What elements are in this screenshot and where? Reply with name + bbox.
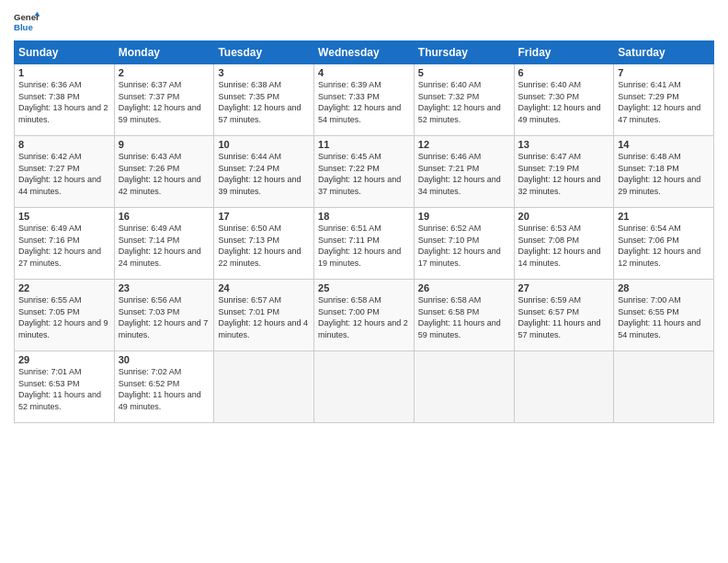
- day-info: Sunrise: 6:38 AMSunset: 7:35 PMDaylight:…: [218, 79, 310, 125]
- day-number: 3: [218, 67, 310, 78]
- day-info: Sunrise: 6:36 AMSunset: 7:38 PMDaylight:…: [18, 79, 110, 125]
- logo: General Blue: [14, 9, 40, 35]
- calendar-cell: 4 Sunrise: 6:39 AMSunset: 7:33 PMDayligh…: [314, 64, 415, 136]
- calendar-cell: 25 Sunrise: 6:58 AMSunset: 7:00 PMDaylig…: [314, 280, 415, 351]
- calendar-header-row: SundayMondayTuesdayWednesdayThursdayFrid…: [15, 41, 714, 64]
- day-info: Sunrise: 6:52 AMSunset: 7:10 PMDaylight:…: [418, 223, 510, 269]
- day-number: 23: [119, 282, 210, 293]
- weekday-header-friday: Friday: [514, 41, 614, 64]
- calendar-cell: [414, 351, 514, 423]
- calendar-cell: 26 Sunrise: 6:58 AMSunset: 6:58 PMDaylig…: [414, 280, 514, 351]
- calendar-week-1: 1 Sunrise: 6:36 AMSunset: 7:38 PMDayligh…: [15, 64, 714, 136]
- calendar-week-3: 15 Sunrise: 6:49 AMSunset: 7:16 PMDaylig…: [15, 208, 714, 280]
- day-number: 15: [18, 211, 110, 222]
- calendar-cell: 23 Sunrise: 6:56 AMSunset: 7:03 PMDaylig…: [114, 280, 214, 351]
- day-number: 25: [318, 282, 410, 293]
- calendar-cell: 6 Sunrise: 6:40 AMSunset: 7:30 PMDayligh…: [514, 64, 614, 136]
- day-info: Sunrise: 6:55 AMSunset: 7:05 PMDaylight:…: [18, 294, 110, 340]
- calendar-cell: 9 Sunrise: 6:43 AMSunset: 7:26 PMDayligh…: [114, 136, 214, 208]
- day-info: Sunrise: 6:40 AMSunset: 7:30 PMDaylight:…: [518, 79, 610, 125]
- day-info: Sunrise: 6:49 AMSunset: 7:14 PMDaylight:…: [119, 223, 210, 269]
- day-info: Sunrise: 6:47 AMSunset: 7:19 PMDaylight:…: [518, 151, 610, 197]
- calendar-cell: 18 Sunrise: 6:51 AMSunset: 7:11 PMDaylig…: [314, 208, 415, 280]
- day-info: Sunrise: 6:39 AMSunset: 7:33 PMDaylight:…: [318, 79, 410, 125]
- calendar-cell: 17 Sunrise: 6:50 AMSunset: 7:13 PMDaylig…: [214, 208, 314, 280]
- calendar-cell: 12 Sunrise: 6:46 AMSunset: 7:21 PMDaylig…: [414, 136, 514, 208]
- day-number: 17: [218, 211, 310, 222]
- calendar-cell: 10 Sunrise: 6:44 AMSunset: 7:24 PMDaylig…: [214, 136, 314, 208]
- calendar-week-4: 22 Sunrise: 6:55 AMSunset: 7:05 PMDaylig…: [15, 280, 714, 351]
- day-number: 8: [18, 139, 110, 150]
- day-number: 26: [418, 282, 510, 293]
- day-number: 18: [318, 211, 410, 222]
- svg-text:Blue: Blue: [14, 22, 33, 32]
- calendar-cell: 8 Sunrise: 6:42 AMSunset: 7:27 PMDayligh…: [15, 136, 115, 208]
- day-number: 5: [418, 67, 510, 78]
- day-number: 4: [318, 67, 410, 78]
- day-info: Sunrise: 6:57 AMSunset: 7:01 PMDaylight:…: [218, 294, 310, 340]
- day-number: 10: [218, 139, 310, 150]
- day-number: 16: [119, 211, 210, 222]
- day-info: Sunrise: 6:43 AMSunset: 7:26 PMDaylight:…: [119, 151, 210, 197]
- calendar-cell: 1 Sunrise: 6:36 AMSunset: 7:38 PMDayligh…: [15, 64, 115, 136]
- day-number: 29: [18, 354, 110, 365]
- calendar-cell: 27 Sunrise: 6:59 AMSunset: 6:57 PMDaylig…: [514, 280, 614, 351]
- day-number: 30: [119, 354, 210, 365]
- day-number: 14: [618, 139, 710, 150]
- day-info: Sunrise: 6:44 AMSunset: 7:24 PMDaylight:…: [218, 151, 310, 197]
- day-info: Sunrise: 6:45 AMSunset: 7:22 PMDaylight:…: [318, 151, 410, 197]
- day-number: 11: [318, 139, 410, 150]
- day-info: Sunrise: 6:56 AMSunset: 7:03 PMDaylight:…: [119, 294, 210, 340]
- calendar-cell: 30 Sunrise: 7:02 AMSunset: 6:52 PMDaylig…: [114, 351, 214, 423]
- calendar-cell: [614, 351, 714, 423]
- weekday-header-wednesday: Wednesday: [314, 41, 415, 64]
- day-info: Sunrise: 6:58 AMSunset: 6:58 PMDaylight:…: [418, 294, 510, 340]
- calendar-cell: 11 Sunrise: 6:45 AMSunset: 7:22 PMDaylig…: [314, 136, 415, 208]
- day-info: Sunrise: 6:37 AMSunset: 7:37 PMDaylight:…: [119, 79, 210, 125]
- day-number: 28: [618, 282, 710, 293]
- day-info: Sunrise: 6:59 AMSunset: 6:57 PMDaylight:…: [518, 294, 610, 340]
- day-number: 7: [618, 67, 710, 78]
- calendar-cell: 21 Sunrise: 6:54 AMSunset: 7:06 PMDaylig…: [614, 208, 714, 280]
- day-number: 9: [119, 139, 210, 150]
- calendar-cell: 7 Sunrise: 6:41 AMSunset: 7:29 PMDayligh…: [614, 64, 714, 136]
- calendar-cell: 13 Sunrise: 6:47 AMSunset: 7:19 PMDaylig…: [514, 136, 614, 208]
- page-container: General Blue SundayMondayTuesdayWednesda…: [0, 0, 728, 432]
- day-info: Sunrise: 6:54 AMSunset: 7:06 PMDaylight:…: [618, 223, 710, 269]
- day-info: Sunrise: 6:53 AMSunset: 7:08 PMDaylight:…: [518, 223, 610, 269]
- calendar-week-5: 29 Sunrise: 7:01 AMSunset: 6:53 PMDaylig…: [15, 351, 714, 423]
- calendar-cell: 16 Sunrise: 6:49 AMSunset: 7:14 PMDaylig…: [114, 208, 214, 280]
- day-info: Sunrise: 6:41 AMSunset: 7:29 PMDaylight:…: [618, 79, 710, 125]
- calendar-cell: [314, 351, 415, 423]
- weekday-header-thursday: Thursday: [414, 41, 514, 64]
- day-info: Sunrise: 7:00 AMSunset: 6:55 PMDaylight:…: [618, 294, 710, 340]
- day-info: Sunrise: 6:42 AMSunset: 7:27 PMDaylight:…: [18, 151, 110, 197]
- calendar-cell: 5 Sunrise: 6:40 AMSunset: 7:32 PMDayligh…: [414, 64, 514, 136]
- calendar-cell: 15 Sunrise: 6:49 AMSunset: 7:16 PMDaylig…: [15, 208, 115, 280]
- calendar-cell: 2 Sunrise: 6:37 AMSunset: 7:37 PMDayligh…: [114, 64, 214, 136]
- calendar-cell: 14 Sunrise: 6:48 AMSunset: 7:18 PMDaylig…: [614, 136, 714, 208]
- calendar-cell: 20 Sunrise: 6:53 AMSunset: 7:08 PMDaylig…: [514, 208, 614, 280]
- day-info: Sunrise: 6:46 AMSunset: 7:21 PMDaylight:…: [418, 151, 510, 197]
- calendar-cell: 22 Sunrise: 6:55 AMSunset: 7:05 PMDaylig…: [15, 280, 115, 351]
- day-info: Sunrise: 6:50 AMSunset: 7:13 PMDaylight:…: [218, 223, 310, 269]
- calendar-cell: [514, 351, 614, 423]
- logo-icon: General Blue: [14, 9, 40, 35]
- day-info: Sunrise: 6:51 AMSunset: 7:11 PMDaylight:…: [318, 223, 410, 269]
- day-number: 24: [218, 282, 310, 293]
- weekday-header-monday: Monday: [114, 41, 214, 64]
- day-info: Sunrise: 7:02 AMSunset: 6:52 PMDaylight:…: [119, 366, 210, 412]
- day-info: Sunrise: 6:49 AMSunset: 7:16 PMDaylight:…: [18, 223, 110, 269]
- weekday-header-tuesday: Tuesday: [214, 41, 314, 64]
- calendar-cell: 29 Sunrise: 7:01 AMSunset: 6:53 PMDaylig…: [15, 351, 115, 423]
- calendar-body: 1 Sunrise: 6:36 AMSunset: 7:38 PMDayligh…: [15, 64, 714, 423]
- day-info: Sunrise: 7:01 AMSunset: 6:53 PMDaylight:…: [18, 366, 110, 412]
- day-number: 6: [518, 67, 610, 78]
- calendar-cell: 28 Sunrise: 7:00 AMSunset: 6:55 PMDaylig…: [614, 280, 714, 351]
- calendar-cell: 19 Sunrise: 6:52 AMSunset: 7:10 PMDaylig…: [414, 208, 514, 280]
- day-number: 20: [518, 211, 610, 222]
- calendar-table: SundayMondayTuesdayWednesdayThursdayFrid…: [14, 40, 714, 423]
- weekday-header-sunday: Sunday: [15, 41, 115, 64]
- calendar-cell: [214, 351, 314, 423]
- header: General Blue: [14, 9, 714, 35]
